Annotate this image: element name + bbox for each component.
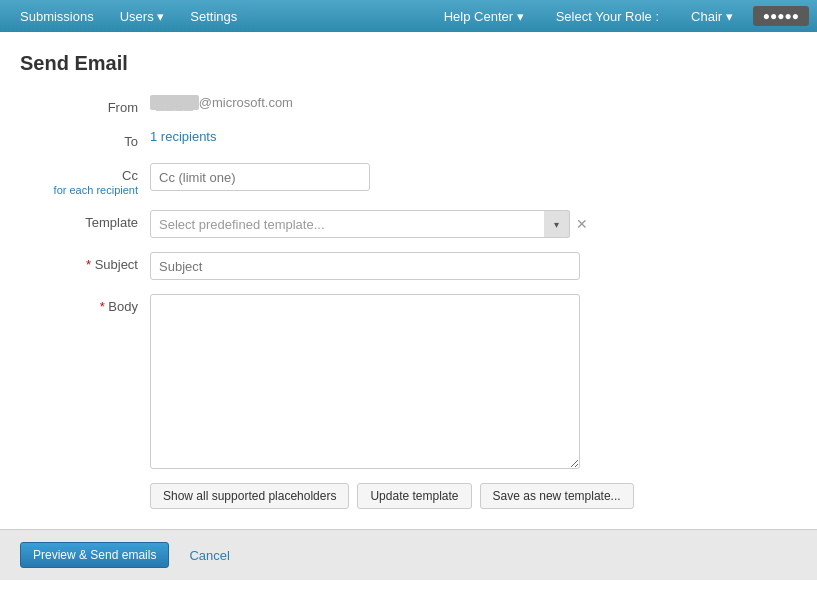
help-center-caret-icon: ▾ bbox=[517, 9, 524, 24]
update-template-button[interactable]: Update template bbox=[357, 483, 471, 509]
nav-help-center[interactable]: Help Center ▾ bbox=[432, 5, 536, 28]
recipients-link[interactable]: 1 recipients bbox=[150, 124, 216, 144]
template-label: Template bbox=[20, 210, 150, 230]
nav-settings[interactable]: Settings bbox=[178, 5, 249, 28]
subject-field bbox=[150, 252, 670, 280]
preview-send-button[interactable]: Preview & Send emails bbox=[20, 542, 169, 568]
show-placeholders-button[interactable]: Show all supported placeholders bbox=[150, 483, 349, 509]
help-center-label: Help Center bbox=[444, 9, 513, 24]
body-textarea[interactable] bbox=[150, 294, 580, 469]
from-masked: ████ bbox=[150, 95, 199, 110]
cc-sublabel: for each recipient bbox=[20, 184, 138, 196]
cancel-button[interactable]: Cancel bbox=[181, 543, 237, 568]
from-label: From bbox=[20, 95, 150, 115]
body-label-text: Body bbox=[108, 299, 138, 314]
nav-users-label: Users bbox=[120, 9, 154, 24]
cc-field bbox=[150, 163, 670, 191]
nav-right: Help Center ▾ Select Your Role : Chair ▾… bbox=[432, 5, 809, 28]
subject-required-marker: * bbox=[86, 257, 91, 272]
role-label: Chair bbox=[691, 9, 722, 24]
body-field bbox=[150, 294, 670, 469]
users-caret-icon: ▾ bbox=[157, 9, 164, 24]
save-template-button[interactable]: Save as new template... bbox=[480, 483, 634, 509]
cc-label: Cc bbox=[20, 168, 138, 183]
nav-left: Submissions Users ▾ Settings bbox=[8, 5, 249, 28]
nav-submissions[interactable]: Submissions bbox=[8, 5, 106, 28]
body-row: * Body bbox=[20, 294, 670, 469]
body-label: * Body bbox=[20, 294, 150, 314]
footer-bar: Preview & Send emails Cancel bbox=[0, 529, 817, 580]
template-select[interactable]: Select predefined template... bbox=[150, 210, 570, 238]
template-clear-button[interactable]: ✕ bbox=[574, 217, 590, 231]
subject-label: * Subject bbox=[20, 252, 150, 272]
to-label: To bbox=[20, 129, 150, 149]
cc-row: Cc for each recipient bbox=[20, 163, 670, 196]
from-row: From ████@microsoft.com bbox=[20, 95, 670, 115]
nav-select-role-label: Select Your Role : bbox=[544, 5, 671, 28]
page-content: Send Email From ████@microsoft.com To 1 … bbox=[0, 32, 817, 509]
template-buttons-row: Show all supported placeholders Update t… bbox=[150, 483, 670, 509]
nav-role[interactable]: Chair ▾ bbox=[679, 5, 745, 28]
from-field: ████@microsoft.com bbox=[150, 95, 670, 110]
template-row: Template Select predefined template... ▾… bbox=[20, 210, 670, 238]
main-nav: Submissions Users ▾ Settings Help Center… bbox=[0, 0, 817, 32]
subject-row: * Subject bbox=[20, 252, 670, 280]
to-row: To 1 recipients bbox=[20, 129, 670, 149]
role-caret-icon: ▾ bbox=[726, 9, 733, 24]
body-required-marker: * bbox=[100, 299, 105, 314]
cc-input[interactable] bbox=[150, 163, 370, 191]
from-value: ████@microsoft.com bbox=[150, 90, 293, 110]
page-title: Send Email bbox=[20, 52, 797, 75]
subject-label-text: Subject bbox=[95, 257, 138, 272]
cc-label-wrap: Cc for each recipient bbox=[20, 163, 150, 196]
template-wrapper: Select predefined template... ▾ ✕ bbox=[150, 210, 670, 238]
subject-input[interactable] bbox=[150, 252, 580, 280]
user-button[interactable]: ●●●●● bbox=[753, 6, 809, 26]
nav-users[interactable]: Users ▾ bbox=[108, 5, 177, 28]
template-field: Select predefined template... ▾ ✕ bbox=[150, 210, 670, 238]
template-select-wrap: Select predefined template... ▾ bbox=[150, 210, 570, 238]
to-field: 1 recipients bbox=[150, 129, 670, 144]
send-email-form: From ████@microsoft.com To 1 recipients … bbox=[20, 95, 670, 509]
